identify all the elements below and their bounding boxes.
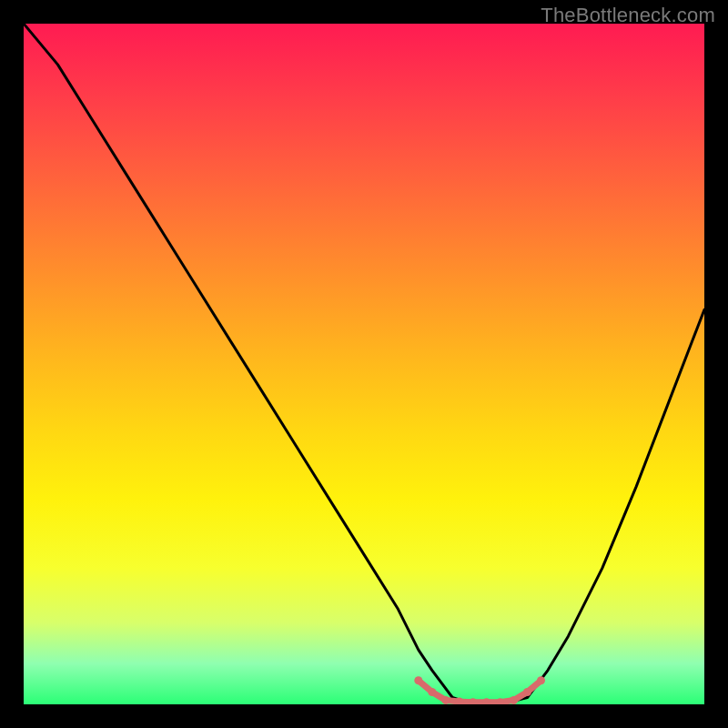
marker-dot [441, 696, 450, 704]
marker-dot [523, 688, 531, 696]
marker-dot [428, 688, 436, 696]
watermark-text: TheBottleneck.com [541, 4, 715, 27]
chart-container: TheBottleneck.com [0, 0, 728, 728]
marker-dot [414, 676, 422, 684]
curve-svg [24, 24, 704, 704]
marker-dot [537, 676, 545, 684]
bottleneck-curve [24, 24, 704, 704]
marker-dot [510, 696, 518, 704]
plot-area [24, 24, 704, 704]
